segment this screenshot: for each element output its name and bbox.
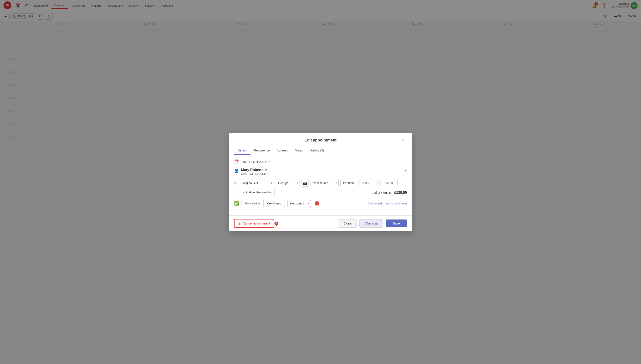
copy-icon[interactable]: ⧉ xyxy=(234,181,236,185)
cancel-appointment-btn[interactable]: 🗑 Cancel appointment xyxy=(234,219,274,228)
customer-phone: Mob. +44 987654322 xyxy=(241,172,268,176)
add-promo-link[interactable]: Add promo code xyxy=(386,202,407,205)
modal-close-btn[interactable]: × xyxy=(400,137,407,144)
customer-row: 👤 Mary Roberts ✏ Mob. +44 987654322 × xyxy=(234,168,407,176)
status-pills: Pencilled-in Confirmed xyxy=(241,200,285,207)
add-deposit-link[interactable]: Add deposit xyxy=(368,202,383,205)
customer-details: Mary Roberts ✏ Mob. +44 987654322 xyxy=(241,168,268,176)
total-row: Total of 45mins £120.00 xyxy=(370,191,407,195)
calendar-icon: 📅 xyxy=(234,159,239,164)
service-select-wrap: Long hair cut xyxy=(239,180,274,186)
links-row: Add deposit Add promo code xyxy=(368,202,407,205)
tab-recurrence[interactable]: Recurrence xyxy=(250,146,273,155)
modal-header: Edit appointment × xyxy=(229,133,412,144)
tab-address[interactable]: Address xyxy=(273,146,291,155)
save-btn[interactable]: Save xyxy=(386,220,407,227)
service-controls: Long hair cut Georgia 📷 No resource £ xyxy=(239,180,407,196)
service-row: Long hair cut Georgia 📷 No resource £ xyxy=(239,180,407,186)
cancel-appointment-label: Cancel appointment xyxy=(243,222,270,225)
customer-name-text: Mary Roberts xyxy=(241,168,263,172)
edit-appointment-modal: Edit appointment × Details Recurrence Ad… xyxy=(229,133,412,231)
date-row: 📅 Tue, 31 Oct 2023 ✏ xyxy=(234,159,407,164)
appointment-date: Tue, 31 Oct 2023 xyxy=(241,160,266,164)
duration-input[interactable] xyxy=(360,180,375,186)
customer-remove-btn[interactable]: × xyxy=(404,168,407,173)
staff-select-wrap: Georgia xyxy=(276,180,300,186)
confirmed-btn[interactable]: Confirmed xyxy=(263,200,285,207)
modal-overlay: Edit appointment × Details Recurrence Ad… xyxy=(0,0,641,364)
tab-details[interactable]: Details xyxy=(234,146,250,155)
customer-icon: 👤 xyxy=(234,168,239,173)
resource-select-wrap: No resource xyxy=(310,180,339,186)
modal-footer: 🗑 Cancel appointment 1 Close Checkout Sa… xyxy=(229,215,412,231)
modal-body: 📅 Tue, 31 Oct 2023 ✏ 👤 Mary Roberts ✏ Mo… xyxy=(229,155,412,215)
plus-icon: + xyxy=(243,191,245,194)
pencilled-btn[interactable]: Pencilled-in xyxy=(241,200,263,207)
cancel-badge: 1 xyxy=(274,222,278,226)
total-label: Total of 45mins xyxy=(370,191,391,194)
status-section: ✅ Pencilled-in Confirmed Not startedIn p… xyxy=(234,200,407,207)
add-service-label: Add another service xyxy=(246,191,271,194)
trash-icon: 🗑 xyxy=(238,222,241,225)
resource-select[interactable]: No resource xyxy=(310,180,339,186)
price-symbol: £ xyxy=(377,180,382,186)
total-amount: £120.00 xyxy=(394,191,407,195)
status-badge-num: 2 xyxy=(314,201,319,206)
price-row: £ xyxy=(377,180,398,186)
add-service-btn[interactable]: + Add another service xyxy=(239,189,275,196)
progress-select-wrap: Not startedIn progressComplete xyxy=(287,200,311,207)
progress-select[interactable]: Not startedIn progressComplete xyxy=(288,200,311,207)
customer-left: 👤 Mary Roberts ✏ Mob. +44 987654322 xyxy=(234,168,268,176)
price-input[interactable] xyxy=(382,180,397,186)
staff-select[interactable]: Georgia xyxy=(276,180,300,186)
customer-edit-icon[interactable]: ✏ xyxy=(265,168,268,172)
checkout-btn[interactable]: Checkout xyxy=(359,219,383,228)
status-icon: ✅ xyxy=(234,201,239,206)
customer-name-row: Mary Roberts ✏ xyxy=(241,168,268,172)
tab-notes[interactable]: Notes xyxy=(291,146,306,155)
close-btn[interactable]: Close xyxy=(338,219,357,228)
time-input[interactable] xyxy=(340,180,358,186)
modal-tabs: Details Recurrence Address Notes History… xyxy=(229,146,412,155)
camera-icon-btn[interactable]: 📷 xyxy=(301,180,308,186)
date-edit-icon[interactable]: ✏ xyxy=(268,160,271,164)
tab-history[interactable]: History (3) xyxy=(306,146,328,155)
modal-title: Edit appointment xyxy=(241,138,400,142)
service-select[interactable]: Long hair cut xyxy=(239,180,274,186)
service-section: ⧉ Long hair cut Georgia 📷 No resource xyxy=(234,180,407,196)
